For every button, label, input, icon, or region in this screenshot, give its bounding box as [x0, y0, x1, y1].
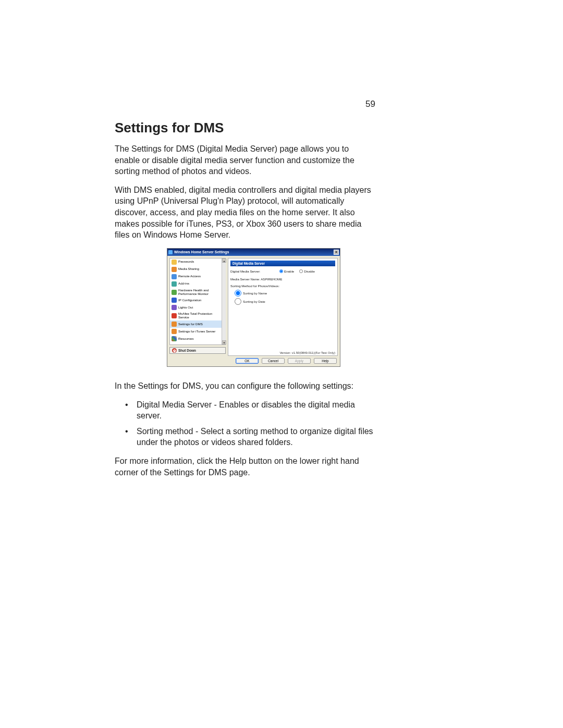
scroll-up-icon[interactable]: ▲: [222, 258, 226, 263]
sidebar-item-ip-config[interactable]: IP Configuration: [170, 297, 225, 304]
bullet-item: Digital Media Server - Enables or disabl…: [115, 399, 375, 422]
sidebar-item-hardware-health[interactable]: Hardware Health and Performance Monitor: [170, 288, 225, 297]
shutdown-label: Shut Down: [178, 349, 196, 352]
sort-name-radio-label: Sorting by Name: [243, 291, 267, 295]
page-number: 59: [115, 99, 375, 109]
settings-dialog: Windows Home Server Settings × Passwords…: [167, 248, 340, 367]
sidebar-item-label: Media Sharing: [178, 267, 199, 271]
paragraph-3: In the Settings for DMS, you can configu…: [115, 380, 375, 392]
sidebar-item-label: Passwords: [178, 260, 194, 264]
shutdown-button[interactable]: ⏻ Shut Down: [169, 347, 226, 354]
disable-radio[interactable]: Disable: [299, 269, 315, 273]
monitor-icon: [172, 290, 177, 295]
enable-radio[interactable]: Enable: [279, 269, 294, 273]
sort-label: Sorting Method for Photos/Videos:: [230, 284, 335, 288]
dialog-titlebar: Windows Home Server Settings ×: [167, 249, 340, 256]
settings-sidebar: Passwords Media Sharing Remote Access: [169, 258, 226, 345]
bulb-icon: [172, 305, 177, 310]
sidebar-item-label: Add-ins: [178, 282, 189, 286]
ok-button[interactable]: OK: [236, 358, 259, 364]
apply-button[interactable]: Apply: [288, 358, 311, 364]
window-icon: [168, 250, 173, 254]
shield-icon: [172, 313, 177, 318]
sidebar-item-label: Lights Out: [178, 306, 193, 310]
dms-enable-row: Digital Media Server: Enable Disable: [230, 269, 335, 273]
page-heading: Settings for DMS: [115, 120, 375, 136]
sidebar-item-dms[interactable]: Settings for DMS: [170, 320, 225, 328]
paragraph-2: With DMS enabled, digital media controll…: [115, 184, 375, 241]
disable-radio-label: Disable: [304, 269, 315, 273]
sort-by-name-radio[interactable]: Sorting by Name: [235, 290, 335, 297]
sidebar-item-label: McAfee Total Protection Service: [178, 312, 224, 319]
sort-date-radio-label: Sorting by Date: [243, 300, 265, 303]
itunes-icon: [172, 329, 177, 334]
addin-icon: [172, 281, 177, 287]
sort-by-date-radio[interactable]: Sorting by Date: [235, 298, 335, 305]
power-icon: ⏻: [172, 348, 177, 353]
cancel-button[interactable]: Cancel: [262, 358, 285, 364]
dms-row-label: Digital Media Server:: [230, 269, 274, 273]
sidebar-item-label: Remote Access: [178, 275, 201, 278]
sidebar-item-media-sharing[interactable]: Media Sharing: [170, 266, 225, 273]
sidebar-item-label: IP Configuration: [178, 299, 201, 302]
sidebar-item-passwords[interactable]: Passwords: [170, 258, 225, 266]
page-content: Settings for DMS The Settings for DMS (D…: [115, 120, 375, 485]
key-icon: [172, 260, 177, 265]
server-name-label: Media Server Name:: [230, 277, 260, 281]
enable-radio-input[interactable]: [279, 269, 283, 273]
sidebar-item-resources[interactable]: Resources: [170, 335, 225, 342]
server-name-value: ASPIREHOME: [261, 277, 282, 281]
scroll-down-icon[interactable]: ▼: [222, 340, 226, 344]
sidebar-item-label: Resources: [178, 337, 194, 341]
network-icon: [172, 298, 177, 303]
bullet-item: Sorting method - Select a sorting method…: [115, 426, 375, 448]
help-button[interactable]: Help: [314, 358, 337, 364]
panel-header: Digital Media Server: [230, 261, 335, 266]
enable-radio-label: Enable: [284, 269, 294, 273]
paragraph-1: The Settings for DMS (Digital Media Serv…: [115, 143, 375, 177]
dialog-title: Windows Home Server Settings: [174, 250, 229, 254]
dms-panel: Digital Media Server Digital Media Serve…: [228, 258, 338, 356]
settings-bullet-list: Digital Media Server - Enables or disabl…: [115, 399, 375, 448]
dialog-button-row: OK Cancel Apply Help: [167, 356, 340, 366]
sort-name-radio-input[interactable]: [235, 290, 241, 297]
sidebar-item-remote-access[interactable]: Remote Access: [170, 273, 225, 280]
sidebar-item-label: Settings for iTunes Server: [178, 330, 215, 334]
close-icon[interactable]: ×: [334, 250, 339, 255]
sidebar-scrollbar[interactable]: ▲ ▼: [222, 258, 226, 344]
sidebar-item-label: Hardware Health and Performance Monitor: [178, 289, 224, 296]
server-name-row: Media Server Name: ASPIREHOME: [230, 277, 335, 281]
media-icon: [172, 267, 177, 272]
sidebar-item-addins[interactable]: Add-ins: [170, 280, 225, 288]
sidebar-item-label: Settings for DMS: [178, 323, 203, 326]
paragraph-4: For more information, click the Help but…: [115, 455, 375, 478]
globe-icon: [172, 274, 177, 279]
sidebar-item-itunes[interactable]: Settings for iTunes Server: [170, 328, 225, 335]
version-text: Version: v1.50(0849.011)(For Test Only): [279, 351, 335, 354]
disable-radio-input[interactable]: [299, 269, 303, 273]
resources-icon: [172, 336, 177, 341]
dms-icon: [172, 322, 177, 327]
sidebar-item-mcafee[interactable]: McAfee Total Protection Service: [170, 311, 225, 320]
sort-date-radio-input[interactable]: [235, 298, 241, 305]
sidebar-item-lights-out[interactable]: Lights Out: [170, 304, 225, 311]
